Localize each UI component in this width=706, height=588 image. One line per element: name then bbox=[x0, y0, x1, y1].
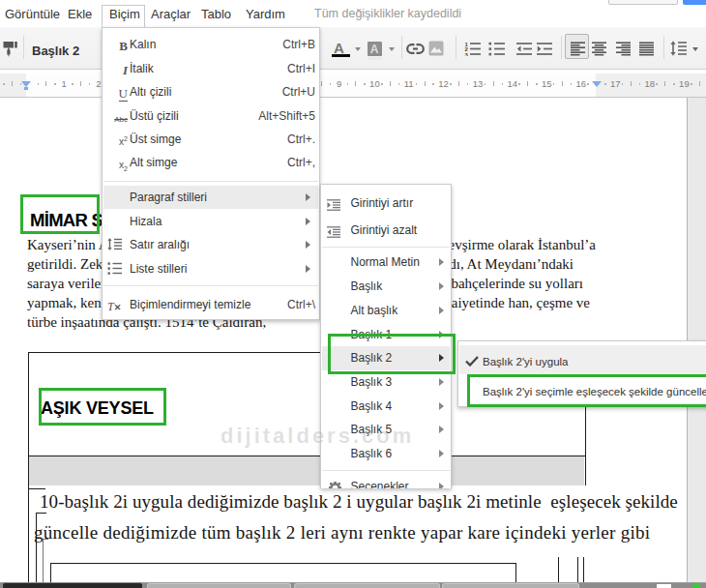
svg-text:3: 3 bbox=[465, 52, 469, 57]
